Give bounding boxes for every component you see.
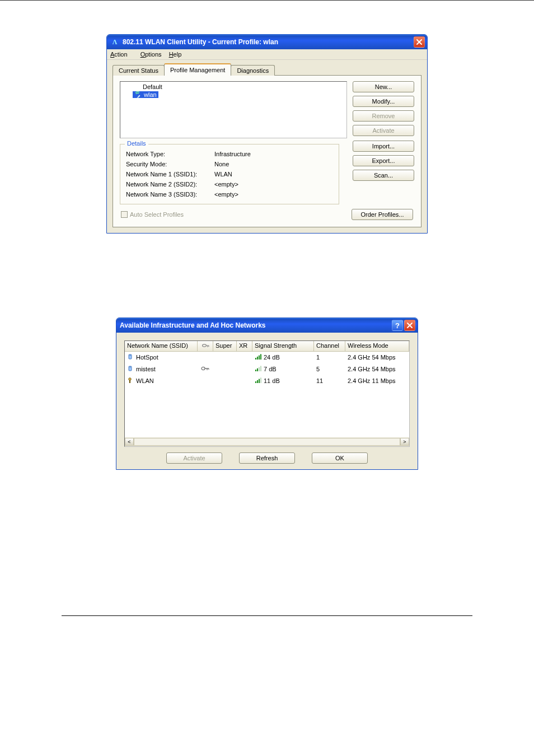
network-row[interactable]: WLAN11 dB112.4 GHz 11 Mbps (125, 375, 409, 387)
svg-point-14 (129, 378, 132, 381)
row-channel: 1 (314, 352, 345, 363)
ssid1-value: WLAN (214, 169, 232, 179)
tabs: Current Status Profile Management Diagno… (113, 63, 421, 76)
menubar: Action Options Help (107, 49, 427, 60)
networks-listview[interactable]: Network Name (SSID) Super XR Signal Stre… (124, 340, 410, 447)
close-icon[interactable] (414, 36, 425, 48)
menu-help[interactable]: Help (169, 51, 182, 58)
profile-item-default[interactable]: Default (123, 83, 344, 91)
checkbox-icon (121, 211, 128, 218)
svg-rect-6 (260, 354, 261, 360)
order-profiles-button[interactable]: Order Profiles... (352, 209, 413, 220)
ssid2-value: <empty> (214, 179, 238, 189)
help-icon[interactable]: ? (392, 320, 403, 331)
signal-bars-icon (255, 353, 263, 362)
row-signal: 7 dB (264, 366, 277, 372)
new-button[interactable]: New... (353, 81, 414, 92)
svg-rect-15 (129, 380, 130, 383)
svg-rect-12 (259, 367, 260, 371)
row-channel: 5 (314, 363, 345, 375)
auto-select-label: Auto Select Profiles (130, 211, 184, 218)
details-legend: Details (125, 140, 148, 147)
titlebar[interactable]: Λ 802.11 WLAN Client Utility - Current P… (107, 35, 427, 49)
sec-mode-value: None (214, 159, 229, 169)
row-super (213, 352, 237, 363)
row-super (213, 375, 237, 387)
svg-rect-11 (257, 368, 258, 371)
row-security (198, 375, 213, 387)
col-signal[interactable]: Signal Strength (252, 341, 314, 351)
scan-activate-button[interactable]: Activate (166, 452, 222, 464)
scroll-left-icon[interactable]: < (125, 438, 134, 446)
infrastructure-icon (127, 365, 134, 374)
col-mode[interactable]: Wireless Mode (345, 341, 409, 351)
menu-action[interactable]: Action (110, 51, 133, 58)
col-channel[interactable]: Channel (314, 341, 345, 351)
refresh-button[interactable]: Refresh (239, 452, 295, 464)
svg-point-2 (130, 355, 131, 356)
row-ssid: WLAN (136, 377, 154, 384)
scan-close-icon[interactable] (404, 320, 415, 331)
svg-point-8 (130, 367, 131, 368)
import-button[interactable]: Import... (353, 141, 414, 152)
scan-titlebar[interactable]: Available Infrastructure and Ad Hoc Netw… (116, 318, 418, 333)
row-mode: 2.4 GHz 54 Mbps (345, 352, 409, 363)
wlan-utility-window: Λ 802.11 WLAN Client Utility - Current P… (106, 34, 428, 234)
signal-bars-icon (255, 365, 263, 374)
ssid1-label: Network Name 1 (SSID1): (126, 169, 210, 179)
col-ssid[interactable]: Network Name (SSID) (125, 341, 198, 351)
row-ssid: HotSpot (136, 354, 158, 361)
details-group: Details Network Type:Infrastructure Secu… (120, 144, 339, 204)
ssid2-label: Network Name 2 (SSID2): (126, 179, 210, 189)
page-rule (62, 615, 472, 616)
auto-select-checkbox: Auto Select Profiles (121, 211, 184, 218)
scroll-right-icon[interactable]: > (400, 438, 409, 446)
svg-rect-18 (259, 379, 260, 383)
horizontal-scrollbar[interactable]: < > (125, 437, 409, 446)
row-security (198, 363, 213, 375)
tab-current-status[interactable]: Current Status (113, 65, 165, 76)
modify-button[interactable]: Modify... (353, 96, 414, 107)
col-super[interactable]: Super (213, 341, 237, 351)
listview-header: Network Name (SSID) Super XR Signal Stre… (125, 341, 409, 352)
signal-bars-icon (255, 377, 263, 386)
window-title: 802.11 WLAN Client Utility - Current Pro… (123, 38, 413, 46)
svg-rect-19 (260, 378, 261, 384)
row-xr (237, 363, 252, 375)
scan-networks-window: Available Infrastructure and Ad Hoc Netw… (116, 318, 418, 470)
row-channel: 11 (314, 375, 345, 387)
profile-item-wlan-selected[interactable]: wlan (133, 91, 158, 98)
row-security (198, 352, 213, 363)
scan-button[interactable]: Scan... (353, 170, 414, 181)
ok-button[interactable]: OK (312, 452, 368, 464)
net-type-label: Network Type: (126, 149, 210, 159)
col-security-icon[interactable] (198, 341, 213, 351)
menu-options[interactable]: Options (140, 51, 162, 58)
tab-diagnostics[interactable]: Diagnostics (231, 65, 275, 76)
svg-rect-5 (259, 356, 260, 360)
activate-button[interactable]: Activate (353, 125, 414, 136)
svg-rect-17 (257, 380, 258, 383)
network-row[interactable]: HotSpot24 dB12.4 GHz 54 Mbps (125, 352, 409, 363)
remove-button[interactable]: Remove (353, 110, 414, 122)
tab-pane-profile: Default wlan New... Modify... Remove (113, 75, 421, 227)
sec-mode-label: Security Mode: (126, 159, 210, 169)
svg-point-9 (202, 367, 205, 370)
row-mode: 2.4 GHz 11 Mbps (345, 375, 409, 387)
row-signal: 24 dB (264, 354, 280, 361)
network-row[interactable]: mistest7 dB52.4 GHz 54 Mbps (125, 363, 409, 375)
row-xr (237, 352, 252, 363)
scroll-track[interactable] (134, 438, 400, 446)
col-xr[interactable]: XR (237, 341, 252, 351)
row-xr (237, 375, 252, 387)
net-type-value: Infrastructure (214, 149, 251, 159)
app-icon: Λ (110, 38, 119, 46)
profile-list[interactable]: Default wlan (120, 81, 347, 138)
svg-rect-10 (255, 370, 256, 371)
tab-profile-management[interactable]: Profile Management (164, 63, 231, 76)
export-button[interactable]: Export... (353, 155, 414, 166)
row-mode: 2.4 GHz 54 Mbps (345, 363, 409, 375)
row-signal: 11 dB (264, 377, 280, 384)
svg-rect-13 (260, 366, 261, 372)
row-super (213, 363, 237, 375)
